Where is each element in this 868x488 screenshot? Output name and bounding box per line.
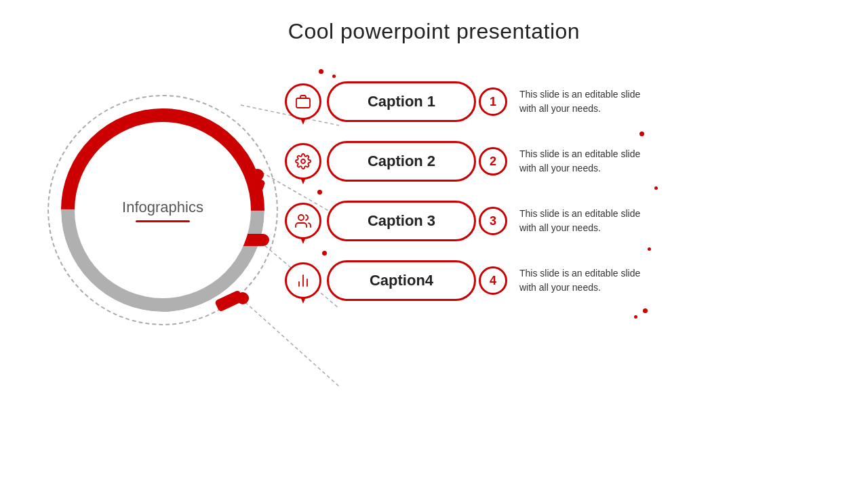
- dot-4b: [643, 308, 648, 313]
- infographics-label: Infographics: [122, 199, 203, 216]
- icon-1: [285, 83, 321, 120]
- caption-2: Caption 2: [327, 141, 476, 182]
- svg-rect-11: [296, 98, 310, 108]
- desc-2: This slide is an editable slide with all…: [519, 147, 655, 176]
- item-row-1: Caption 1 1 This slide is an editable sl…: [285, 81, 793, 122]
- svg-point-12: [301, 159, 305, 163]
- desc-4: This slide is an editable slide with all…: [519, 266, 655, 295]
- item-row-4: Caption4 4 This slide is an editable sli…: [285, 260, 793, 301]
- svg-point-10: [237, 292, 249, 304]
- dot-1a: [319, 69, 323, 74]
- num-badge-1: 1: [479, 87, 507, 116]
- page-title: Cool powerpoint presentation: [0, 0, 868, 44]
- item-row-2: Caption 2 2 This slide is an editable sl…: [285, 141, 793, 182]
- dot-1b: [332, 75, 336, 78]
- svg-point-9: [257, 234, 269, 246]
- icon-4: [285, 262, 321, 299]
- num-badge-3: 3: [479, 207, 507, 235]
- num-badge-2: 2: [479, 147, 507, 176]
- title-underline: [136, 220, 190, 222]
- dot-3b: [648, 247, 651, 251]
- icon-2: [285, 143, 321, 180]
- svg-point-13: [298, 215, 304, 220]
- icon-3: [285, 203, 321, 239]
- caption-1: Caption 1: [327, 81, 476, 122]
- main-content: Infographics Caption 1 1 This slide is a…: [0, 54, 868, 488]
- center-label: Infographics: [75, 122, 251, 298]
- items-area: Caption 1 1 This slide is an editable sl…: [285, 61, 793, 320]
- item-row-3: Caption 3 3 This slide is an editable sl…: [285, 201, 793, 241]
- desc-1: This slide is an editable slide with all…: [519, 87, 655, 116]
- caption-3: Caption 3: [327, 201, 476, 241]
- dot-4a: [322, 251, 327, 256]
- dot-2a: [639, 131, 644, 136]
- dot-3a: [317, 190, 322, 195]
- num-badge-4: 4: [479, 266, 507, 295]
- desc-3: This slide is an editable slide with all…: [519, 207, 655, 235]
- svg-point-8: [252, 169, 264, 181]
- caption-4: Caption4: [327, 260, 476, 301]
- dot-2b: [654, 186, 658, 190]
- dot-4c: [634, 315, 637, 319]
- circle-area: Infographics: [41, 88, 292, 413]
